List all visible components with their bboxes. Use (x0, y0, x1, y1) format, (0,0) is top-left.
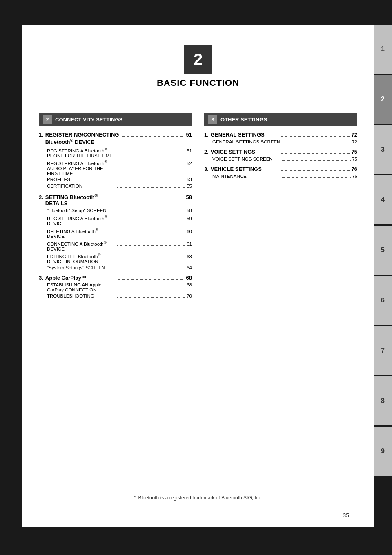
page-number: 35 (343, 512, 357, 519)
sub-entry-1-4: CERTIFICATION 55 (39, 184, 192, 189)
tab-6[interactable]: 6 (374, 276, 392, 325)
tab-9[interactable]: 9 (374, 427, 392, 476)
page-container: 2 BASIC FUNCTION 2 CONNECTIVITY SETTINGS… (22, 25, 374, 527)
right-section-label: OTHER SETTINGS (220, 116, 267, 123)
entry-2-index: 2. (39, 194, 43, 200)
left-column: 2 CONNECTIVITY SETTINGS 1. REGISTERING/C… (39, 113, 192, 301)
chapter-box: 2 (184, 45, 212, 74)
sub-entry-2-6: "System Settings" SCREEN 64 (39, 265, 192, 271)
tab-2[interactable]: 2 (374, 75, 392, 124)
main-entry-2: 2. SETTING Bluetooth® DETAILS 58 (39, 193, 192, 206)
toc-entry-1: 1. REGISTERING/CONNECTING Bluetooth® DEV… (39, 132, 192, 189)
tab-1[interactable]: 1 (374, 25, 392, 74)
chapter-number: 2 (194, 50, 203, 69)
sub-entry-3-2: TROUBLESHOOTING 70 (39, 293, 192, 299)
right-sub-2-1: VOICE SETTINGS SCREEN 75 (204, 157, 357, 162)
sub-entry-3-1: ESTABLISHING AN Apple CarPlay CONNECTION… (39, 282, 192, 292)
right-sub-1-1: GENERAL SETTINGS SCREEN 72 (204, 139, 357, 145)
sub-entry-2-1: "Bluetooth* Setup" SCREEN 58 (39, 208, 192, 213)
left-section-header: 2 CONNECTIVITY SETTINGS (39, 113, 192, 126)
toc-entry-3: 3. Apple CarPlay™ 68 ESTABLISHING AN App… (39, 275, 192, 299)
right-section-header: 3 OTHER SETTINGS (204, 113, 357, 126)
entry-2-dots (116, 199, 185, 199)
right-toc-entry-2: 2. VOICE SETTINGS 75 VOICE SETTINGS SCRE… (204, 149, 357, 162)
sub-entry-2-5: EDITING THE Bluetooth® DEVICE INFORMATIO… (39, 253, 192, 264)
tab-7[interactable]: 7 (374, 326, 392, 375)
tab-8[interactable]: 8 (374, 376, 392, 425)
entry-3-title: Apple CarPlay™ (45, 275, 114, 281)
tab-5[interactable]: 5 (374, 226, 392, 275)
sub-entry-2-2: REGISTERING A Bluetooth® DEVICE 59 (39, 215, 192, 226)
entry-1-title: REGISTERING/CONNECTING Bluetooth® DEVICE (45, 132, 119, 145)
entry-2-page: 58 (186, 194, 192, 200)
left-section-num: 2 (43, 115, 52, 124)
sub-entry-1-3: PROFILES 53 (39, 177, 192, 182)
entry-3-page: 68 (186, 275, 192, 281)
entry-2-title: SETTING Bluetooth® DETAILS (45, 193, 114, 206)
entry-1-page: 51 (186, 132, 192, 138)
right-column: 3 OTHER SETTINGS 1. GENERAL SETTINGS 72 … (204, 113, 357, 301)
entry-1-dots (120, 136, 185, 137)
entry-3-dots (116, 279, 185, 280)
chapter-title: BASIC FUNCTION (157, 78, 239, 88)
tab-3[interactable]: 3 (374, 125, 392, 174)
sub-entry-1-1: REGISTERING A Bluetooth® PHONE FOR THE F… (39, 147, 192, 158)
main-entry-1: 1. REGISTERING/CONNECTING Bluetooth® DEV… (39, 132, 192, 145)
footer-note: *: Bluetooth is a registered trademark o… (39, 495, 357, 501)
right-tabs: 1 2 3 4 5 6 7 8 9 (374, 25, 392, 477)
sub-entry-2-4: CONNECTING A Bluetooth® DEVICE 61 (39, 240, 192, 251)
entry-1-index: 1. (39, 132, 43, 138)
right-toc-entry-3: 3. VEHICLE SETTINGS 76 MAINTENANCE 76 (204, 166, 357, 179)
right-main-entry-1: 1. GENERAL SETTINGS 72 (204, 132, 357, 138)
right-main-entry-3: 3. VEHICLE SETTINGS 76 (204, 166, 357, 172)
sub-entry-2-3: DELETING A Bluetooth® DEVICE 60 (39, 227, 192, 239)
main-entry-3: 3. Apple CarPlay™ 68 (39, 275, 192, 281)
right-main-entry-2: 2. VOICE SETTINGS 75 (204, 149, 357, 155)
toc-columns: 2 CONNECTIVITY SETTINGS 1. REGISTERING/C… (39, 113, 357, 301)
right-sub-3-1: MAINTENANCE 76 (204, 174, 357, 179)
toc-entry-2: 2. SETTING Bluetooth® DETAILS 58 "Blueto… (39, 193, 192, 271)
entry-3-index: 3. (39, 275, 43, 281)
tab-4[interactable]: 4 (374, 175, 392, 224)
right-toc-entry-1: 1. GENERAL SETTINGS 72 GENERAL SETTINGS … (204, 132, 357, 145)
left-section-label: CONNECTIVITY SETTINGS (55, 116, 122, 123)
sub-entry-1-2: REGISTERING A Bluetooth® AUDIO PLAYER FO… (39, 159, 192, 176)
right-section-num: 3 (208, 115, 217, 124)
